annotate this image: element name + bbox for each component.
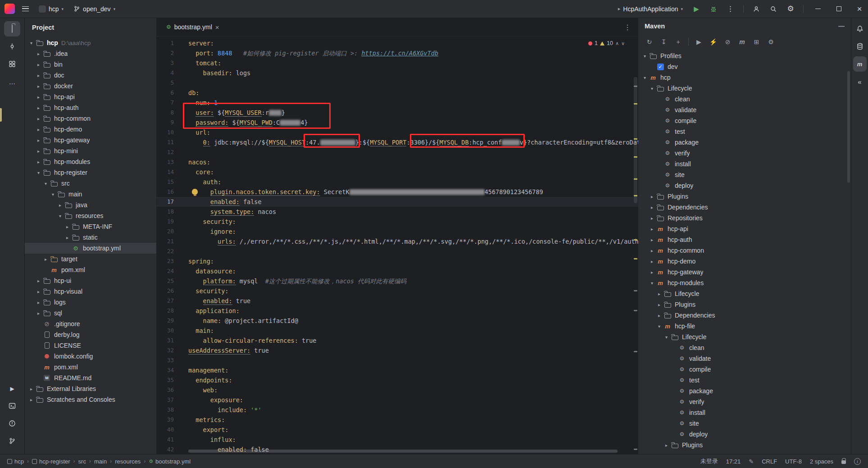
project-item-external-libraries[interactable]: ▸External Libraries [25, 383, 156, 394]
run-maven-build-icon[interactable]: ▶ [692, 36, 705, 48]
line-number[interactable]: 21 [157, 236, 179, 246]
code-line-30[interactable]: 30 main: [157, 326, 638, 336]
line-number[interactable]: 33 [157, 355, 179, 365]
project-item-resources[interactable]: ▾resources [25, 210, 156, 221]
code-line-2[interactable]: 2 port: 8848 #如何修改 pig-register 启动端口 >: … [157, 48, 638, 58]
project-item-gitignore[interactable]: ⊘.gitignore [25, 318, 156, 329]
project-item-pom-xml[interactable]: mpom.xml [25, 264, 156, 275]
run-button[interactable]: ▶ [4, 381, 20, 396]
code-line-24[interactable]: 24 datasource: [157, 266, 638, 276]
project-item-hcp-visual[interactable]: ▸hcp-visual [25, 286, 156, 297]
chevron-right-icon[interactable]: ▸ [35, 138, 42, 143]
line-number[interactable]: 23 [157, 256, 179, 266]
maven-dependencies-icon[interactable]: ⊞ [750, 36, 763, 48]
maven-item-repositories[interactable]: ▸Repositories [638, 213, 851, 223]
chevron-right-icon[interactable]: ▸ [648, 216, 656, 221]
chevron-right-icon[interactable]: ▸ [42, 257, 50, 262]
project-item-pom-xml[interactable]: mpom.xml [25, 362, 156, 373]
project-item-hcp-ui[interactable]: ▸hcp-ui [25, 275, 156, 286]
chevron-down-icon[interactable]: ▾ [56, 214, 64, 218]
maven-item-plugins[interactable]: ▸Plugins [638, 191, 851, 202]
inspections-widget[interactable]: 1 10 ∧ ∨ [588, 40, 625, 46]
chevron-right-icon[interactable]: ▸ [655, 291, 663, 296]
encoding-widget[interactable]: UTF-8 [785, 458, 802, 465]
chevron-right-icon[interactable]: ▸ [35, 300, 42, 305]
project-item-logs[interactable]: ▸logs [25, 297, 156, 308]
checkbox-icon[interactable]: ✓ [656, 63, 665, 71]
maven-item-clean[interactable]: ⚙clean [638, 94, 851, 105]
line-number[interactable]: 13 [157, 157, 179, 167]
chevron-right-icon[interactable]: ▸ [648, 227, 656, 232]
chevron-down-icon[interactable]: ▾ [42, 181, 50, 186]
project-widget[interactable]: hcp ▾ [36, 4, 67, 14]
line-number[interactable]: 34 [157, 365, 179, 375]
line-number[interactable]: 26 [157, 286, 179, 296]
maven-tool-button[interactable]: m [853, 56, 867, 72]
editor-vertical-scrollbar[interactable] [634, 77, 637, 203]
maven-item-lifecycle[interactable]: ▾Lifecycle [638, 83, 851, 94]
code-line-34[interactable]: 34management: [157, 365, 638, 375]
maven-item-hcp-gateway[interactable]: ▸mhcp-gateway [638, 267, 851, 277]
close-tab-icon[interactable]: × [215, 23, 219, 31]
readonly-lock-icon[interactable] [841, 460, 846, 464]
code-line-20[interactable]: 20 ignore: [157, 227, 638, 236]
project-item-hcp[interactable]: ▾hcpD:\aaa\hcp [25, 37, 156, 48]
chevron-right-icon[interactable]: ▸ [35, 278, 42, 283]
maven-item-validate[interactable]: ⚙validate [638, 105, 851, 115]
line-number[interactable]: 31 [157, 336, 179, 345]
error-stripe-mark[interactable] [634, 239, 637, 241]
code-line-23[interactable]: 23spring: [157, 256, 638, 266]
ide-info-icon[interactable]: i [854, 458, 861, 465]
structure-button[interactable] [4, 56, 20, 72]
debug-button[interactable] [707, 2, 720, 16]
add-maven-projects-icon[interactable]: + [672, 36, 685, 48]
maven-item-site[interactable]: ⚙site [638, 169, 851, 180]
project-item-hcp-auth[interactable]: ▸hcp-auth [25, 102, 156, 113]
maven-item-compile[interactable]: ⚙compile [638, 364, 851, 375]
line-separator-widget[interactable]: CRLF [762, 458, 777, 465]
breadcrumb-item-main[interactable]: main [94, 458, 107, 465]
chevron-right-icon[interactable]: ▸ [64, 224, 71, 229]
login-status[interactable]: 未登录 [700, 457, 718, 465]
line-number[interactable]: 18 [157, 207, 179, 217]
hide-tool-window-icon[interactable]: — [838, 23, 845, 30]
breadcrumb-item-src[interactable]: src [78, 458, 86, 465]
chevron-right-icon[interactable]: ▸ [35, 159, 42, 164]
vcs-branch-widget[interactable]: open_dev ▾ [70, 4, 118, 14]
version-control-button[interactable] [4, 433, 20, 449]
line-number[interactable]: 8 [157, 108, 179, 118]
code-line-35[interactable]: 35 endpoints: [157, 375, 638, 385]
chevron-right-icon[interactable]: ▸ [35, 84, 42, 89]
maven-item-lifecycle[interactable]: ▸Lifecycle [638, 288, 851, 299]
download-sources-icon[interactable]: ↧ [657, 36, 670, 48]
line-number[interactable]: 30 [157, 326, 179, 336]
maven-item-plugins[interactable]: ▸Plugins [638, 440, 851, 450]
line-number[interactable]: 9 [157, 118, 179, 127]
chevron-down-icon[interactable]: ▾ [641, 54, 649, 59]
code-line-39[interactable]: 39 metrics: [157, 415, 638, 425]
project-item-target[interactable]: ▸target [25, 254, 156, 264]
maven-item-dependencies[interactable]: ▸Dependencies [638, 310, 851, 321]
maven-item-clean[interactable]: ⚙clean [638, 342, 851, 353]
chevron-right-icon[interactable]: ▸ [27, 397, 35, 402]
line-number[interactable]: 41 [157, 435, 179, 445]
line-number[interactable]: 7 [157, 98, 179, 108]
line-number[interactable]: 27 [157, 296, 179, 306]
more-button[interactable]: … [4, 74, 20, 89]
main-menu-button[interactable] [18, 2, 32, 16]
breadcrumb-item-hcp[interactable]: hcp [7, 458, 24, 465]
line-number[interactable]: 38 [157, 405, 179, 415]
project-item-hcp-register[interactable]: ▾hcp-register [25, 167, 156, 178]
line-number[interactable]: 42 [157, 445, 179, 454]
chevron-right-icon[interactable]: ▸ [35, 289, 42, 294]
code-line-14[interactable]: 14 core: [157, 167, 638, 177]
chevron-down-icon[interactable]: ▾ [655, 324, 663, 329]
code-line-32[interactable]: 32useAddressServer: true [157, 345, 638, 355]
notifications-bell-button[interactable] [853, 21, 867, 36]
line-number[interactable]: 2 [157, 48, 179, 58]
chevron-right-icon[interactable]: ▸ [64, 235, 71, 240]
chevron-down-icon[interactable]: ▾ [648, 281, 656, 286]
line-number[interactable]: 20 [157, 227, 179, 236]
chevron-down-icon[interactable]: ▾ [641, 75, 649, 80]
code-line-18[interactable]: 18 system.type: nacos [157, 207, 638, 217]
